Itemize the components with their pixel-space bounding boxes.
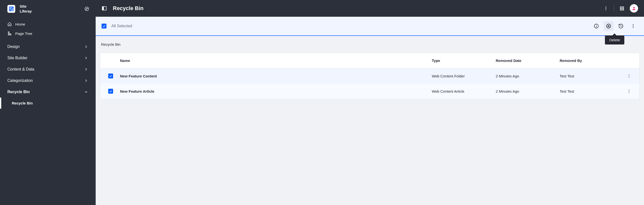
mgmt-kebab-button[interactable]: [628, 21, 638, 31]
selection-status-text: All Selected: [112, 24, 586, 28]
site-name: Liferay: [20, 9, 78, 14]
main: Recycle Bin: [96, 0, 644, 205]
management-bar: All Selected Dele: [96, 17, 644, 36]
user-avatar[interactable]: [630, 4, 638, 12]
sidebar-item-home[interactable]: Home: [0, 20, 96, 29]
sidebar-cat-label: Recycle Bin: [8, 90, 84, 94]
svg-point-21: [606, 8, 606, 8]
breadcrumb[interactable]: Recycle Bin: [100, 42, 640, 46]
cell-type: Web Content Folder: [430, 74, 494, 78]
site-label: Site: [20, 4, 78, 9]
chevron-right-icon: [84, 44, 88, 49]
svg-rect-4: [10, 8, 10, 9]
user-icon: [632, 6, 636, 10]
table-row[interactable]: New Feature Article Web Content Article …: [100, 84, 639, 99]
row-checkbox[interactable]: [108, 89, 113, 94]
svg-rect-30: [622, 9, 622, 10]
recycle-bin-table: Name Type Removed Date Removed By New Fe…: [100, 53, 640, 99]
svg-rect-26: [620, 8, 621, 9]
svg-point-40: [633, 26, 634, 26]
col-name[interactable]: Name: [118, 58, 430, 63]
svg-rect-28: [623, 8, 624, 9]
info-button[interactable]: [592, 21, 601, 31]
compass-button[interactable]: [83, 5, 91, 13]
cell-name[interactable]: New Feature Content: [118, 74, 430, 78]
sidebar-item-label: Page Tree: [15, 32, 32, 36]
svg-rect-17: [10, 34, 11, 35]
svg-point-32: [633, 7, 635, 8]
site-logo[interactable]: [8, 5, 15, 13]
sidebar-header: Site Liferay: [0, 0, 96, 18]
topbar: Recycle Bin: [96, 0, 644, 17]
svg-rect-2: [10, 7, 11, 8]
sidebar-cat-recycle-bin[interactable]: Recycle Bin: [0, 86, 96, 98]
svg-rect-3: [12, 7, 12, 8]
restore-button[interactable]: [616, 21, 626, 31]
chevron-right-icon: [84, 67, 88, 72]
row-checkbox[interactable]: [108, 74, 113, 78]
site-title-group: Site Liferay: [20, 4, 78, 14]
svg-point-43: [629, 76, 630, 76]
sidebar-cat-site-builder[interactable]: Site Builder: [0, 52, 96, 64]
kebab-icon: [631, 24, 636, 28]
svg-rect-24: [622, 7, 622, 8]
chevron-right-icon: [84, 78, 88, 83]
check-icon: [109, 74, 112, 78]
topbar-actions: [601, 4, 638, 13]
svg-rect-11: [12, 10, 12, 10]
svg-point-22: [606, 9, 606, 10]
svg-rect-15: [8, 32, 9, 33]
separator: [614, 5, 614, 12]
delete-button[interactable]: [604, 21, 614, 31]
delete-tooltip: Delete: [605, 36, 624, 44]
sidebar-nav: Home Page Tree Design Site Builder Conte…: [0, 18, 96, 109]
check-icon: [109, 90, 112, 93]
sidebar-cat-content-data[interactable]: Content & Data: [0, 64, 96, 75]
svg-rect-25: [623, 7, 624, 8]
row-actions-button[interactable]: [622, 89, 636, 94]
svg-point-39: [633, 24, 634, 25]
page-title: Recycle Bin: [113, 5, 601, 12]
col-removed-date[interactable]: Removed Date: [494, 58, 558, 63]
kebab-icon: [627, 89, 631, 94]
svg-point-44: [629, 77, 630, 78]
sidebar-cat-categorization[interactable]: Categorization: [0, 75, 96, 86]
sidebar-cat-design[interactable]: Design: [0, 41, 96, 52]
col-removed-by[interactable]: Removed By: [558, 58, 622, 63]
svg-rect-12: [12, 10, 13, 10]
sidebar-subitem-recycle-bin[interactable]: Recycle Bin: [0, 98, 96, 109]
row-actions-button[interactable]: [622, 74, 636, 78]
apps-grid-button[interactable]: [617, 4, 627, 13]
svg-rect-29: [620, 9, 621, 10]
svg-rect-8: [12, 9, 12, 10]
delete-icon: [606, 23, 611, 29]
kebab-icon: [627, 74, 631, 78]
select-all-checkbox[interactable]: [102, 24, 106, 28]
svg-rect-1: [10, 7, 10, 8]
panel-icon[interactable]: [102, 6, 107, 11]
compass-icon: [84, 6, 89, 11]
chevron-right-icon: [84, 56, 88, 60]
svg-rect-10: [10, 10, 11, 10]
svg-rect-9: [12, 9, 13, 10]
svg-rect-5: [10, 8, 11, 9]
table-row[interactable]: New Feature Content Web Content Folder 2…: [100, 68, 639, 84]
svg-point-41: [633, 27, 634, 28]
svg-point-46: [629, 91, 630, 92]
sidebar-subnav-recycle-bin: Recycle Bin: [0, 98, 96, 109]
svg-rect-19: [102, 7, 104, 10]
cell-name[interactable]: New Feature Article: [118, 89, 430, 94]
home-icon: [8, 22, 12, 26]
sidebar-item-page-tree[interactable]: Page Tree: [0, 29, 96, 38]
svg-point-35: [596, 25, 596, 25]
chevron-down-icon: [84, 90, 88, 94]
svg-rect-31: [623, 9, 624, 10]
liferay-logo-icon: [8, 6, 14, 12]
content-area: Recycle Bin Name Type Removed Date Remov…: [96, 36, 644, 205]
svg-marker-14: [86, 8, 88, 9]
col-type[interactable]: Type: [430, 58, 494, 63]
svg-rect-16: [8, 34, 9, 35]
cell-removed-date: 2 Minutes Ago: [494, 74, 558, 78]
topbar-kebab-button[interactable]: [601, 4, 611, 13]
sidebar-cat-label: Categorization: [8, 78, 84, 83]
